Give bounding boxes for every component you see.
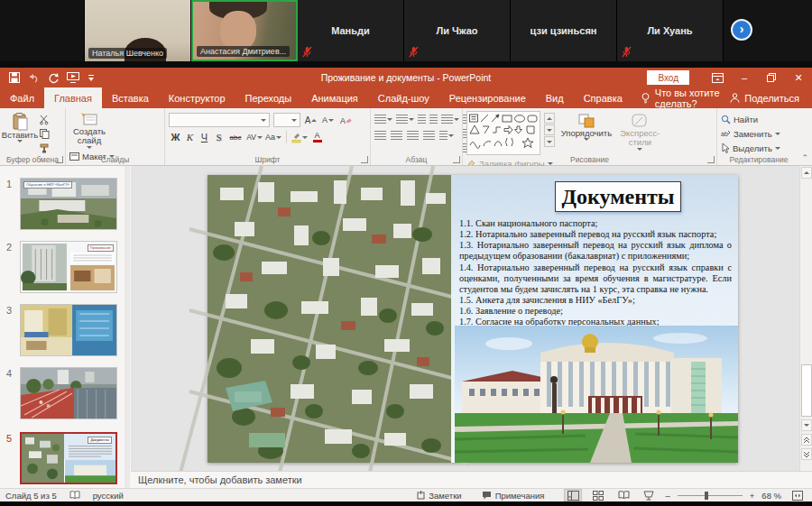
shapes-scroll-up-button[interactable] [544,113,555,124]
increase-font-button[interactable]: А [304,114,318,127]
tab-animations[interactable]: Анимация [301,87,368,108]
slide-title-box[interactable]: Документы [555,181,681,212]
tab-design[interactable]: Конструктор [159,87,235,108]
copy-button[interactable] [40,127,61,140]
tab-transitions[interactable]: Переходы [235,87,302,108]
video-tile-anastasia[interactable]: Анастасия Дмитриев... [191,0,298,61]
bold-button[interactable]: Ж [169,131,182,144]
notes-toggle[interactable]: Заметки [417,491,461,501]
shapes-more-button[interactable] [544,136,555,147]
zoom-thumb[interactable] [705,492,708,500]
language-indicator[interactable]: русский [93,491,124,501]
dialog-launcher-icon[interactable] [56,156,63,163]
slide-thumbnail-5[interactable]: Документы [20,432,117,484]
slideshow-view-button[interactable] [640,489,658,501]
comments-toggle[interactable]: Примечания [482,491,545,501]
slide-sorter-view-button[interactable] [589,489,607,501]
ribbon-display-options-icon[interactable] [704,68,731,87]
video-tile-li-zhao[interactable]: Ли Чжао [404,0,511,61]
decrease-indent-button[interactable] [418,115,426,124]
justify-button[interactable] [423,131,435,140]
clear-formatting-button[interactable]: А [338,114,352,127]
increase-indent-button[interactable] [429,115,438,124]
video-tile-mandi[interactable]: Маньди [298,0,404,61]
character-spacing-button[interactable]: AV [245,131,263,144]
numbering-button[interactable] [396,115,414,124]
undo-icon[interactable] [28,73,40,83]
align-left-button[interactable] [374,131,386,140]
redo-icon[interactable] [48,72,59,83]
spell-check-icon[interactable] [69,491,80,500]
find-button[interactable]: Найти [721,113,797,125]
next-slide-button[interactable] [801,448,812,460]
format-painter-button[interactable] [40,142,61,154]
slide-thumbnail-1[interactable]: Обучение в НИУ «БелГУ» [20,178,117,230]
shapes-scroll-down-button[interactable] [544,124,555,135]
scroll-up-button[interactable] [801,167,812,179]
font-size-combo[interactable] [273,113,300,127]
video-tile-tszi-tszinsyan[interactable]: цзи цзиньсян [511,0,617,61]
fit-to-window-button[interactable] [789,489,807,501]
reading-view-button[interactable] [614,489,632,501]
previous-slide-button[interactable] [801,434,812,446]
underline-button[interactable]: Ч [198,131,211,144]
minimize-button[interactable]: – [731,68,758,87]
tab-view[interactable]: Вид [536,87,574,108]
arrange-button[interactable]: Упорядочить [560,111,613,141]
collapse-ribbon-button[interactable]: ⌃ [801,153,808,162]
dialog-launcher-icon[interactable] [707,156,715,163]
video-tile-empty[interactable] [0,0,85,61]
zoom-in-button[interactable]: + [750,491,755,501]
shape-gallery[interactable] [466,111,540,155]
close-button[interactable]: ✕ [785,68,812,87]
tab-insert[interactable]: Вставка [102,87,159,108]
replace-button[interactable]: ab Заменить [721,127,797,140]
scroll-thumb[interactable] [801,364,812,417]
slide-thumbnail-4[interactable] [20,367,117,419]
line-spacing-button[interactable] [441,115,459,124]
slide-thumbnail-2[interactable]: Проживание [20,241,117,293]
zoom-slider[interactable] [678,489,743,501]
select-button[interactable]: Выделить [721,142,797,154]
dialog-launcher-icon[interactable] [361,156,368,163]
text-highlight-button[interactable] [291,131,308,144]
tab-help[interactable]: Справка [574,87,632,108]
dialog-launcher-icon[interactable] [453,156,460,163]
slide-city-photo[interactable] [208,175,451,463]
video-tile-natalya[interactable]: Наталья Шевченко [85,0,191,61]
bullets-button[interactable] [374,115,392,124]
cut-button[interactable] [40,113,61,125]
change-case-button[interactable]: Aa [264,131,282,144]
slide-scrollbar[interactable] [799,166,812,471]
align-center-button[interactable] [391,131,402,140]
tab-home[interactable]: Главная [44,87,102,108]
scroll-down-button[interactable] [801,419,812,431]
font-name-combo[interactable] [169,113,270,127]
restore-button[interactable] [758,68,785,87]
strikethrough-button[interactable]: abc [226,131,245,144]
zoom-level[interactable]: 68 % [761,491,781,501]
slide-body-textbox[interactable]: 1.1. Скан национального паспорта; 1.2. Н… [459,218,732,327]
tab-slideshow[interactable]: Слайд-шоу [368,87,439,108]
customize-qat-icon[interactable] [88,74,95,82]
slide-thumbnail-3[interactable] [20,304,117,356]
slide-indicator[interactable]: Слайд 5 из 5 [5,491,57,501]
slide-editor[interactable]: Документы 1.1. Скан национального паспор… [208,175,738,463]
video-tile-li-huan[interactable]: Ли Хуань [617,0,724,61]
tell-me-box[interactable]: Что вы хотите сделать? [632,87,730,108]
tab-review[interactable]: Рецензирование [439,87,536,108]
text-shadow-button[interactable]: S [212,131,226,144]
quick-styles-button[interactable]: Экспресс-стили [616,111,663,151]
sign-in-button[interactable]: Вход [647,70,689,85]
columns-button[interactable] [439,131,454,140]
zoom-out-button[interactable]: – [665,491,669,501]
paste-button[interactable]: Вставить [4,111,36,143]
decrease-font-button[interactable]: А [321,114,335,127]
next-participants-button[interactable]: › [731,19,752,41]
italic-button[interactable]: К [183,131,197,144]
slide-building-photo[interactable] [455,326,738,463]
tab-file[interactable]: Файл [0,87,44,108]
normal-view-button[interactable] [564,489,582,501]
align-right-button[interactable] [407,131,419,140]
notes-pane[interactable]: Щелкните, чтобы добавить заметки [131,471,812,488]
